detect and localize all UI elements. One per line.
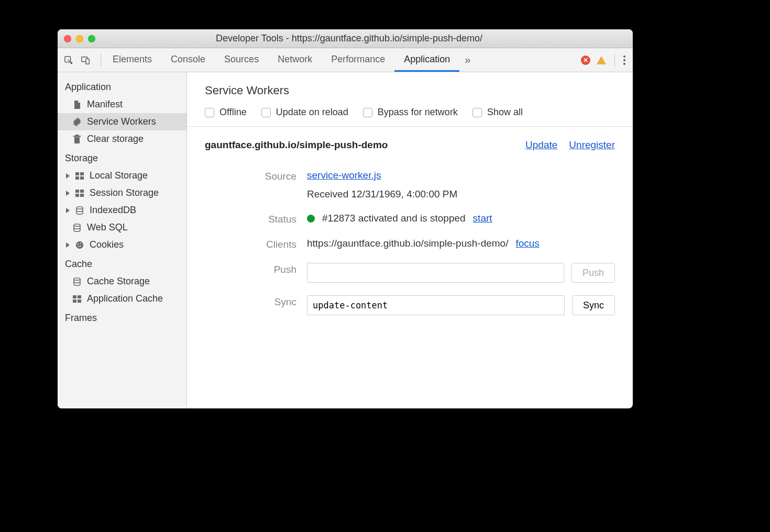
svg-rect-2 — [86, 59, 89, 64]
checkbox-icon — [363, 108, 372, 117]
status-indicator-icon — [307, 215, 315, 223]
sidebar-item-session-storage[interactable]: Session Storage — [58, 184, 186, 202]
offline-checkbox[interactable]: Offline — [205, 107, 247, 118]
push-input[interactable] — [307, 263, 564, 283]
svg-point-20 — [80, 245, 81, 247]
source-file-link[interactable]: service-worker.js — [307, 170, 381, 181]
sync-button[interactable]: Sync — [572, 295, 615, 315]
show-all-checkbox[interactable]: Show all — [472, 107, 523, 118]
trash-icon — [72, 135, 82, 144]
checkbox-label: Show all — [487, 107, 523, 118]
focus-client-link[interactable]: focus — [515, 238, 539, 249]
checkbox-label: Bypass for network — [378, 107, 458, 118]
svg-rect-26 — [78, 300, 81, 303]
sidebar-item-label: Session Storage — [90, 187, 159, 198]
svg-point-22 — [74, 278, 80, 280]
bypass-for-network-checkbox[interactable]: Bypass for network — [363, 107, 458, 118]
sidebar-group-cache: Cache — [58, 253, 186, 273]
grid-icon — [75, 171, 84, 181]
database-icon — [72, 223, 82, 232]
svg-rect-13 — [75, 194, 79, 197]
cookie-icon — [75, 240, 84, 250]
errors-badge[interactable]: ✕ — [581, 56, 590, 65]
sidebar-item-label: Application Cache — [87, 293, 163, 304]
start-link[interactable]: start — [473, 213, 492, 224]
svg-rect-24 — [78, 295, 81, 298]
sidebar-item-label: Web SQL — [87, 222, 128, 233]
expand-caret-icon — [66, 242, 70, 248]
gear-icon — [72, 117, 82, 127]
sidebar-item-indexeddb[interactable]: IndexedDB — [58, 202, 186, 219]
clients-label: Clients — [205, 238, 296, 250]
database-icon — [75, 206, 84, 215]
sidebar-item-cache-storage[interactable]: Cache Storage — [58, 273, 186, 290]
service-worker-origin: gauntface.github.io/simple-push-demo — [205, 139, 388, 151]
close-window-button[interactable] — [64, 35, 71, 42]
toolbar: Elements Console Sources Network Perform… — [58, 48, 633, 72]
checkbox-label: Update on reload — [276, 107, 348, 118]
svg-rect-9 — [75, 176, 79, 180]
sidebar-item-manifest[interactable]: Manifest — [58, 96, 186, 113]
checkbox-icon — [472, 108, 482, 117]
received-timestamp: Received 12/31/1969, 4:00:00 PM — [307, 189, 457, 200]
device-toolbar-icon[interactable] — [81, 56, 90, 65]
svg-rect-6 — [75, 135, 79, 136]
checkbox-label: Offline — [219, 107, 247, 118]
sidebar-item-service-workers[interactable]: Service Workers — [58, 113, 186, 130]
sidebar-item-label: Cookies — [90, 239, 124, 250]
sidebar-item-clear-storage[interactable]: Clear storage — [58, 130, 186, 148]
svg-point-17 — [76, 241, 83, 249]
sidebar-item-application-cache[interactable]: Application Cache — [58, 290, 186, 307]
client-url: https://gauntface.github.io/simple-push-… — [307, 238, 508, 249]
source-label: Source — [205, 170, 296, 182]
push-button[interactable]: Push — [571, 263, 615, 283]
tabs-overflow-button[interactable]: » — [459, 54, 476, 66]
sidebar-item-label: Clear storage — [87, 134, 144, 145]
expand-caret-icon — [66, 208, 70, 213]
database-icon — [72, 277, 82, 286]
sync-input[interactable] — [307, 295, 565, 315]
svg-rect-7 — [75, 172, 79, 175]
settings-menu-button[interactable] — [623, 56, 625, 65]
svg-rect-23 — [73, 295, 76, 298]
expand-caret-icon — [66, 173, 70, 179]
sync-label: Sync — [205, 295, 296, 308]
devtools-window: Developer Tools - https://gauntface.gith… — [58, 29, 633, 408]
sidebar-item-cookies[interactable]: Cookies — [58, 236, 186, 253]
checkbox-icon — [205, 108, 214, 117]
update-link[interactable]: Update — [525, 139, 557, 151]
toolbar-separator — [101, 53, 101, 67]
sidebar-item-label: Service Workers — [87, 116, 156, 127]
grid-icon — [72, 294, 82, 304]
svg-rect-10 — [80, 176, 84, 180]
warnings-badge[interactable] — [597, 56, 606, 64]
service-worker-options: Offline Update on reload Bypass for netw… — [187, 102, 633, 127]
push-label: Push — [205, 263, 296, 275]
svg-rect-4 — [74, 137, 80, 143]
sidebar-item-local-storage[interactable]: Local Storage — [58, 167, 186, 184]
update-on-reload-checkbox[interactable]: Update on reload — [261, 107, 348, 118]
svg-point-15 — [76, 206, 83, 208]
toolbar-separator — [614, 53, 615, 67]
sidebar-item-websql[interactable]: Web SQL — [58, 219, 186, 236]
svg-point-18 — [78, 243, 79, 244]
svg-rect-12 — [80, 190, 84, 193]
inspect-element-icon[interactable] — [64, 56, 73, 65]
sidebar-item-label: Cache Storage — [87, 276, 150, 287]
svg-point-16 — [74, 224, 80, 226]
unregister-link[interactable]: Unregister — [569, 139, 615, 151]
status-label: Status — [205, 213, 296, 225]
tab-sources[interactable]: Sources — [215, 48, 268, 72]
window-title: Developer Tools - https://gauntface.gith… — [72, 33, 626, 44]
file-icon — [72, 100, 82, 109]
tab-console[interactable]: Console — [161, 48, 215, 72]
service-worker-entry: gauntface.github.io/simple-push-demo Upd… — [187, 127, 633, 334]
tab-elements[interactable]: Elements — [103, 48, 161, 72]
sidebar-item-label: Local Storage — [90, 170, 148, 181]
sidebar-group-storage: Storage — [58, 148, 186, 167]
tab-application[interactable]: Application — [394, 48, 459, 72]
sidebar-item-label: Manifest — [87, 99, 123, 110]
tab-network[interactable]: Network — [268, 48, 322, 72]
tab-performance[interactable]: Performance — [322, 48, 394, 72]
svg-point-21 — [78, 246, 79, 247]
